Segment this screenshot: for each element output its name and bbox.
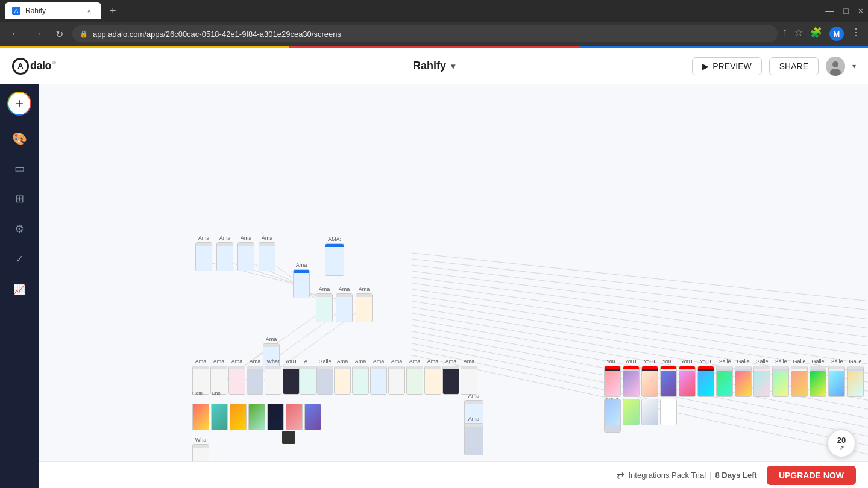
lock-icon: 🔒 — [80, 30, 88, 38]
menu-icon[interactable]: ⋮ — [851, 27, 861, 41]
app-name-dropdown-icon[interactable]: ▾ — [451, 61, 455, 71]
screen-node[interactable]: Ama — [442, 358, 459, 395]
screen-node[interactable]: Ama — [352, 358, 369, 395]
screen-label: Ama — [409, 358, 421, 364]
app-name: Rahify — [413, 60, 446, 72]
sidebar-item-settings[interactable]: ⚙ — [6, 216, 33, 242]
score-badge[interactable]: 20 ↗ — [827, 429, 856, 458]
screen-node[interactable]: Ama — [464, 416, 483, 455]
screen-label: AMA: — [328, 236, 341, 242]
screen-node[interactable]: Ama — [228, 358, 245, 395]
close-icon[interactable]: × — [858, 6, 863, 16]
address-bar-row: ← → ↻ 🔒 app.adalo.com/apps/26c00cac-0518… — [0, 22, 868, 46]
screen-node[interactable]: What — [265, 358, 281, 395]
screen-node[interactable]: Ama — [192, 358, 209, 395]
chrome-user-avatar[interactable]: M — [829, 27, 844, 41]
screen-label: Galle — [718, 358, 731, 364]
address-bar[interactable]: 🔒 app.adalo.com/apps/26c00cac-0518-42e1-… — [72, 25, 778, 42]
screen-label: Galle — [737, 358, 749, 364]
sidebar-item-screens[interactable]: ▭ — [6, 155, 33, 182]
screen-label: Ama — [468, 416, 480, 422]
screen-frame — [293, 269, 310, 298]
screen-label: YouT — [285, 358, 298, 364]
logo-sup: ® — [52, 60, 56, 66]
screen-label: Ama — [250, 358, 261, 364]
forward-button[interactable]: → — [29, 25, 46, 42]
screen-node[interactable]: YouT — [283, 358, 300, 395]
sidebar-item-database[interactable]: ⊞ — [6, 186, 33, 212]
screen-frame — [464, 423, 483, 455]
screen-label: YouT — [644, 358, 656, 364]
screen-label: Ama — [337, 358, 348, 364]
upgrade-now-button[interactable]: UPGRADE NOW — [767, 466, 856, 485]
sidebar-item-branding[interactable]: 🎨 — [6, 125, 33, 152]
adalo-logo[interactable]: A dalo ® — [12, 58, 56, 75]
screen-icon: ▭ — [14, 162, 25, 175]
screen-node[interactable]: Ama — [247, 358, 263, 395]
new-tab-button[interactable]: + — [106, 5, 120, 17]
screen-frame — [265, 366, 281, 395]
screen-label: Ama — [219, 235, 231, 241]
minimize-icon[interactable]: — — [825, 6, 834, 16]
maximize-icon[interactable]: □ — [843, 6, 848, 16]
bookmark-icon[interactable]: ☆ — [794, 27, 803, 41]
screen-node[interactable]: AMA: — [325, 236, 344, 276]
sidebar-item-analytics[interactable]: 📈 — [6, 276, 33, 302]
screen-label: A... — [304, 358, 312, 364]
screen-node[interactable]: Ama — [334, 358, 351, 395]
screen-label: Galle — [811, 358, 824, 364]
user-avatar[interactable] — [826, 57, 845, 76]
svg-line-5 — [412, 265, 868, 319]
screen-node[interactable]: Ama — [237, 235, 254, 271]
svg-point-2 — [830, 69, 841, 76]
screen-label: Ama — [231, 358, 243, 364]
share-button[interactable]: SHARE — [769, 57, 819, 75]
screen-node[interactable]: A... — [300, 358, 316, 395]
svg-line-3 — [412, 253, 868, 301]
svg-line-7 — [412, 277, 868, 337]
screen-frame — [406, 366, 423, 395]
screen-node[interactable]: Ama — [210, 358, 227, 395]
thumbnail-row — [192, 404, 321, 430]
preview-button[interactable]: ▶ PREVIEW — [692, 57, 762, 75]
screen-node[interactable]: Ama — [293, 262, 310, 298]
screen-node[interactable]: Ama — [461, 358, 477, 395]
screen-node[interactable]: Ama — [424, 358, 441, 395]
tab-close-button[interactable]: × — [84, 6, 94, 16]
browser-tab[interactable]: A Rahify × — [5, 2, 101, 19]
screen-node[interactable]: Ama — [356, 286, 373, 322]
user-dropdown-arrow[interactable]: ▾ — [852, 62, 856, 70]
screen-node[interactable]: Galle — [316, 358, 333, 395]
app-title-center: Rahify ▾ — [413, 60, 455, 72]
canvas-area[interactable]: Ama Ama Ama Ama — [39, 84, 868, 488]
extensions-icon[interactable]: 🧩 — [810, 27, 822, 41]
screen-label: Ama — [241, 235, 252, 241]
screen-node[interactable]: Ama — [216, 235, 233, 271]
screen-label: Ama — [391, 358, 403, 364]
address-bar-controls: ↑ ☆ 🧩 M ⋮ — [782, 27, 861, 41]
back-button[interactable]: ← — [7, 25, 24, 42]
screen-frame — [216, 242, 233, 271]
screen-node[interactable]: Ama — [259, 235, 275, 271]
screen-node[interactable]: Ama — [316, 286, 333, 322]
refresh-button[interactable]: ↻ — [51, 25, 68, 42]
sidebar-item-checklist[interactable]: ✓ — [6, 246, 33, 272]
screen-node[interactable]: Ama — [388, 358, 405, 395]
screen-node[interactable]: Ama — [336, 286, 353, 322]
screen-node[interactable]: Ama — [195, 235, 212, 271]
screen-node[interactable]: Ama — [370, 358, 387, 395]
screen-label: Ama — [296, 262, 307, 268]
screen-label: Wha — [195, 437, 207, 443]
black-element — [282, 431, 295, 444]
share-page-icon[interactable]: ↑ — [782, 27, 787, 41]
svg-point-1 — [832, 61, 838, 67]
screen-label: Ama — [359, 286, 370, 292]
add-screen-button[interactable]: + — [7, 92, 31, 116]
screen-label: Galle — [774, 358, 787, 364]
sidebar: + 🎨 ▭ ⊞ ⚙ ✓ 📈 — [0, 84, 39, 488]
check-icon: ✓ — [15, 252, 24, 266]
screen-label: Galle — [830, 358, 843, 364]
screen-node[interactable]: Ama — [406, 358, 423, 395]
app-header: A dalo ® Rahify ▾ ▶ PREVIEW SHARE ▾ — [0, 48, 868, 84]
play-icon: ▶ — [702, 61, 709, 71]
